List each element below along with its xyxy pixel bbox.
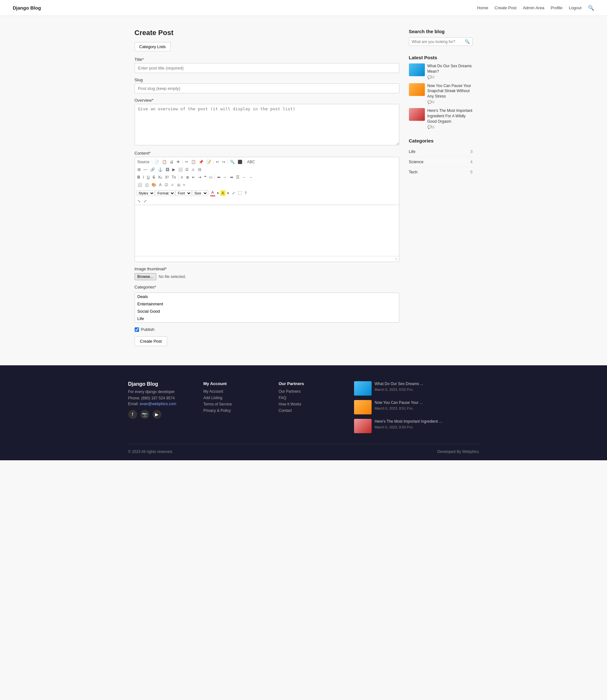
footer-link-faq[interactable]: FAQ — [279, 396, 341, 400]
toolbar-expand[interactable]: ⤢ — [142, 198, 148, 204]
search-input[interactable] — [412, 40, 465, 44]
toolbar-select-all[interactable]: ⬛ — [236, 159, 244, 165]
toolbar-radio[interactable]: ◎ — [176, 182, 182, 188]
size-select[interactable]: Size — [192, 190, 208, 196]
facebook-icon[interactable]: f — [128, 410, 137, 419]
toolbar-removeformat[interactable]: Tx — [170, 174, 177, 180]
toolbar-checkbox[interactable]: ✓ — [170, 182, 175, 188]
toolbar-bidi-rtl[interactable]: → — [248, 174, 254, 180]
category-name[interactable]: Science — [409, 159, 424, 164]
toolbar-align-justify[interactable]: ☰ — [235, 174, 241, 180]
nav-profile[interactable]: Profile — [550, 5, 562, 10]
toolbar-textcolor[interactable]: A — [158, 182, 163, 188]
toolbar-resize-normal[interactable]: ⤢ — [231, 190, 236, 196]
instagram-icon[interactable]: 📷 — [140, 410, 149, 419]
toolbar-superscript[interactable]: X² — [164, 174, 170, 180]
toolbar-hline[interactable]: — — [142, 167, 149, 172]
toolbar-source[interactable]: Source — [136, 159, 151, 165]
search-icon[interactable]: 🔍 — [588, 5, 594, 11]
footer-post-title[interactable]: Here's The Most Important Ingredient ... — [375, 419, 479, 424]
toolbar-preview[interactable]: 👁 — [175, 159, 182, 165]
toolbar-showblocks[interactable]: ◫ — [144, 182, 150, 188]
toolbar-blockquote[interactable]: ❝ — [203, 174, 207, 180]
footer-link-add-listing[interactable]: Add Listing — [204, 396, 266, 400]
toolbar-link[interactable]: 🔗 — [149, 167, 156, 172]
toolbar-align-left[interactable]: ⬅ — [216, 174, 222, 180]
toolbar-cut[interactable]: ✂ — [184, 159, 189, 165]
toolbar-iframe[interactable]: ⬜ — [177, 167, 184, 172]
footer-link-terms[interactable]: Terms of Service — [204, 402, 266, 407]
toolbar-maximize[interactable]: ⬜ — [136, 182, 144, 188]
nav-logout[interactable]: Logout — [569, 5, 582, 10]
toolbar-bg-color-arrow[interactable]: ▾ — [226, 190, 230, 196]
toolbar-spellcheck[interactable]: ABC — [246, 159, 256, 165]
youtube-icon[interactable]: ▶ — [152, 410, 161, 419]
toolbar-underline[interactable]: U — [146, 174, 151, 180]
toolbar-align-center[interactable]: ↔ — [222, 174, 228, 180]
browse-button[interactable]: Browse... — [134, 273, 156, 280]
post-title[interactable]: Here's The Most Important Ingredient For… — [427, 108, 473, 124]
nav-home[interactable]: Home — [477, 5, 488, 10]
toolbar-paste-text[interactable]: 📝 — [205, 159, 212, 165]
toolbar-indent-decrease[interactable]: ⇤ — [191, 174, 196, 180]
toolbar-copy[interactable]: 📋 — [190, 159, 197, 165]
category-name[interactable]: Tech — [409, 170, 418, 174]
title-input[interactable] — [134, 63, 399, 73]
toolbar-undo[interactable]: ↩ — [215, 159, 221, 165]
toolbar-help[interactable]: ? — [243, 190, 248, 196]
search-icon[interactable]: 🔍 — [465, 39, 470, 44]
toolbar-fullscreen[interactable]: ⛶ — [237, 190, 243, 196]
toolbar-bg-color[interactable]: A — [221, 190, 226, 196]
footer-link-my-account[interactable]: My Account — [204, 389, 266, 394]
editor-body[interactable] — [135, 205, 399, 256]
toolbar-new[interactable]: 📄 — [153, 159, 161, 165]
toolbar-font-color-arrow[interactable]: ▾ — [216, 190, 220, 196]
toolbar-italic[interactable]: I — [142, 174, 145, 180]
toolbar-list-ordered[interactable]: ≣ — [185, 174, 190, 180]
footer-link-how-it-works[interactable]: How It Works — [279, 402, 341, 407]
category-option-life[interactable]: Life — [135, 315, 399, 322]
toolbar-specialchar[interactable]: Ω — [184, 167, 190, 172]
toolbar-bidi-ltr[interactable]: ← — [241, 174, 248, 180]
resize-handle[interactable]: ⤡ — [395, 257, 398, 261]
toolbar-anchor[interactable]: ⚓ — [156, 167, 164, 172]
nav-admin-area[interactable]: Admin Area — [523, 5, 544, 10]
toolbar-bold[interactable]: B — [136, 174, 142, 180]
toolbar-templates[interactable]: 📋 — [161, 159, 168, 165]
post-title[interactable]: Now You Can Pause Your Snapchat Streak W… — [427, 83, 473, 99]
toolbar-shrink[interactable]: ⤡ — [136, 198, 142, 204]
footer-email-link[interactable]: evan@webphics.com — [140, 402, 176, 406]
nav-create-post[interactable]: Create Post — [495, 5, 517, 10]
toolbar-table[interactable]: ⊞ — [136, 167, 142, 172]
publish-label[interactable]: Publish — [141, 327, 155, 332]
category-lists-button[interactable]: Category Lists — [134, 42, 171, 51]
toolbar-redo[interactable]: ↪ — [221, 159, 227, 165]
toolbar-align-right[interactable]: ➡ — [229, 174, 234, 180]
toolbar-subscript[interactable]: X₂ — [156, 174, 163, 180]
toolbar-indent-increase[interactable]: ⇥ — [197, 174, 203, 180]
footer-link-our-partners[interactable]: Our Partners — [279, 389, 341, 394]
toolbar-find[interactable]: 🔍 — [229, 159, 236, 165]
font-select[interactable]: Font — [175, 190, 192, 196]
category-name[interactable]: Life — [409, 149, 416, 154]
category-option-social-good[interactable]: Social Good — [135, 308, 399, 315]
footer-post-title[interactable]: What Do Our Sex Dreams ... — [375, 381, 479, 387]
toolbar-form[interactable]: ☑ — [163, 182, 169, 188]
slug-input[interactable] — [134, 84, 399, 93]
category-option-entertainment[interactable]: Entertainment — [135, 300, 399, 308]
toolbar-list-unordered[interactable]: ≡ — [180, 174, 184, 180]
category-option-deals[interactable]: Deals — [135, 293, 399, 300]
overview-input[interactable] — [134, 104, 399, 145]
toolbar-emoji[interactable]: ☺ — [190, 167, 196, 172]
toolbar-flash[interactable]: ▶ — [171, 167, 176, 172]
toolbar-strikethrough[interactable]: S — [151, 174, 156, 180]
toolbar-image[interactable]: 🖼 — [164, 167, 171, 172]
toolbar-pagebreak[interactable]: ⊟ — [197, 167, 203, 172]
publish-checkbox[interactable] — [134, 327, 139, 332]
format-select[interactable]: Format — [155, 190, 175, 196]
footer-link-privacy[interactable]: Privacy & Policy — [204, 408, 266, 413]
toolbar-select-field[interactable]: ▿ — [182, 182, 186, 188]
create-post-button[interactable]: Create Post — [134, 336, 167, 346]
categories-select[interactable]: Deals Entertainment Social Good Life — [134, 292, 399, 323]
toolbar-creatediv[interactable]: ▭ — [208, 174, 214, 180]
